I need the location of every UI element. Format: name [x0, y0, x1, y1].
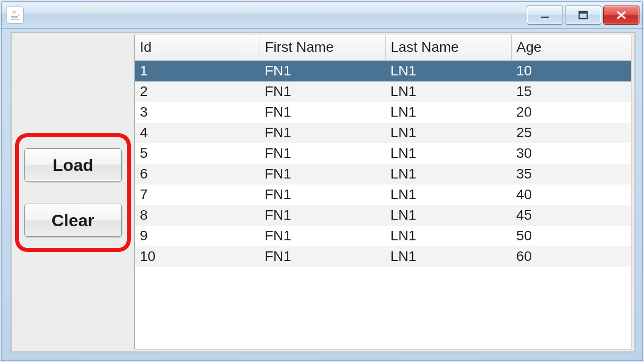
table-cell[interactable]: LN1: [385, 123, 511, 143]
table-cell[interactable]: 40: [511, 185, 631, 205]
maximize-button[interactable]: [565, 6, 601, 25]
table-cell[interactable]: 5: [135, 143, 260, 164]
table-cell[interactable]: 35: [511, 164, 631, 185]
table-cell[interactable]: FN1: [260, 123, 385, 143]
table-header-row[interactable]: Id First Name Last Name Age: [135, 35, 631, 61]
table-cell[interactable]: 4: [135, 123, 260, 143]
table-cell[interactable]: FN1: [260, 185, 385, 205]
load-button[interactable]: Load: [24, 148, 122, 182]
table-cell[interactable]: LN1: [385, 61, 511, 82]
button-panel: Load Clear: [12, 33, 134, 351]
table-cell[interactable]: 25: [511, 123, 631, 143]
svg-rect-0: [541, 17, 549, 18]
table-cell[interactable]: LN1: [385, 81, 511, 102]
table-cell[interactable]: FN1: [260, 205, 385, 226]
table-cell[interactable]: LN1: [385, 205, 511, 226]
column-header-id[interactable]: Id: [135, 35, 260, 61]
column-header-first-name[interactable]: First Name: [260, 35, 385, 61]
column-header-age[interactable]: Age: [511, 35, 631, 61]
table-cell[interactable]: LN1: [385, 226, 511, 246]
table-cell[interactable]: LN1: [385, 164, 511, 185]
clear-button[interactable]: Clear: [24, 204, 122, 237]
table-cell[interactable]: 6: [135, 164, 260, 185]
client-area: Load Clear Id First Name Last Name Age 1…: [11, 32, 635, 352]
table-cell[interactable]: 8: [135, 205, 260, 226]
table-cell[interactable]: FN1: [260, 246, 385, 267]
table-cell[interactable]: 1: [135, 61, 260, 82]
table-row[interactable]: 9FN1LN150: [135, 226, 631, 246]
close-button[interactable]: [603, 6, 639, 25]
table-cell[interactable]: 15: [511, 81, 631, 102]
table-cell[interactable]: FN1: [260, 226, 385, 246]
svg-rect-2: [579, 12, 587, 14]
data-table[interactable]: Id First Name Last Name Age 1FN1LN1102FN…: [135, 35, 631, 267]
table-cell[interactable]: 60: [511, 246, 631, 267]
table-cell[interactable]: 10: [511, 61, 631, 82]
table-row[interactable]: 8FN1LN145: [135, 205, 631, 226]
table-cell[interactable]: LN1: [385, 102, 511, 123]
table-cell[interactable]: 20: [511, 102, 631, 123]
table-row[interactable]: 4FN1LN125: [135, 123, 631, 143]
table-row[interactable]: 3FN1LN120: [135, 102, 631, 123]
table-cell[interactable]: 45: [511, 205, 631, 226]
window-controls: [527, 6, 639, 25]
table-cell[interactable]: LN1: [385, 246, 511, 267]
table-cell[interactable]: LN1: [385, 143, 511, 164]
titlebar[interactable]: [2, 2, 642, 29]
annotation-highlight: Load Clear: [15, 133, 131, 252]
table-cell[interactable]: 7: [135, 185, 260, 205]
minimize-button[interactable]: [527, 6, 563, 25]
table-row[interactable]: 7FN1LN140: [135, 185, 631, 205]
table-cell[interactable]: FN1: [260, 143, 385, 164]
table-cell[interactable]: 9: [135, 226, 260, 246]
table-row[interactable]: 6FN1LN135: [135, 164, 631, 185]
app-window: Load Clear Id First Name Last Name Age 1…: [1, 1, 643, 361]
table-cell[interactable]: FN1: [260, 164, 385, 185]
table-cell[interactable]: FN1: [260, 81, 385, 102]
table-row[interactable]: 5FN1LN130: [135, 143, 631, 164]
table-cell[interactable]: 50: [511, 226, 631, 246]
table-cell[interactable]: 2: [135, 81, 260, 102]
table-cell[interactable]: 10: [135, 246, 260, 267]
table-cell[interactable]: 3: [135, 102, 260, 123]
table-cell[interactable]: LN1: [385, 185, 511, 205]
table-cell[interactable]: 30: [511, 143, 631, 164]
table-cell[interactable]: FN1: [260, 61, 385, 82]
data-table-container: Id First Name Last Name Age 1FN1LN1102FN…: [134, 35, 631, 349]
table-row[interactable]: 1FN1LN110: [135, 61, 631, 82]
table-cell[interactable]: FN1: [260, 102, 385, 123]
table-row[interactable]: 10FN1LN160: [135, 246, 631, 267]
column-header-last-name[interactable]: Last Name: [385, 35, 511, 61]
table-row[interactable]: 2FN1LN115: [135, 81, 631, 102]
java-app-icon: [7, 7, 24, 24]
